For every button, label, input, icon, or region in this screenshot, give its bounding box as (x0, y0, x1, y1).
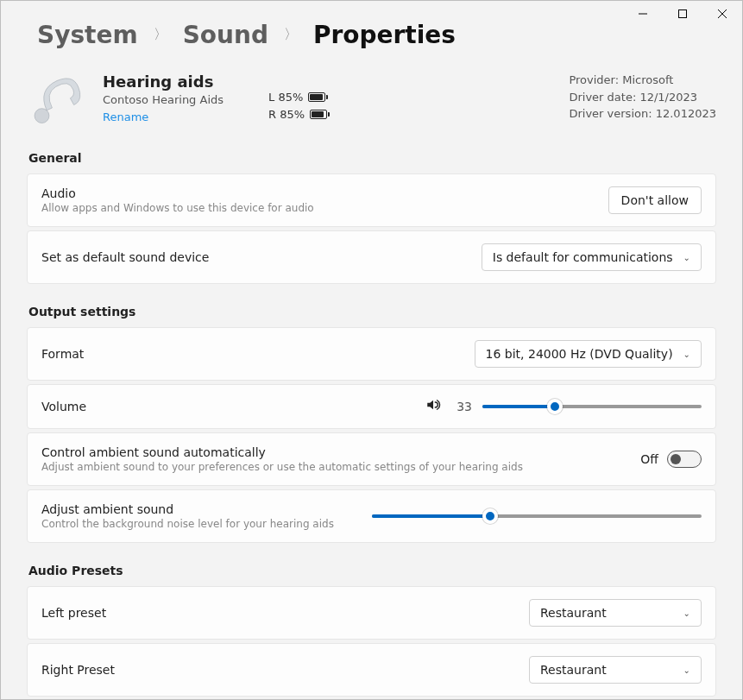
battery-icon (310, 110, 327, 119)
ambient-auto-title: Control ambient sound automatically (41, 445, 640, 459)
audio-title: Audio (41, 186, 608, 200)
driver-info: Provider: Microsoft Driver date: 12/1/20… (569, 72, 716, 123)
ambient-auto-state: Off (640, 452, 658, 466)
card-audio: Audio Allow apps and Windows to use this… (27, 173, 716, 227)
default-device-dropdown[interactable]: Is default for communications ⌄ (482, 243, 702, 271)
close-button[interactable] (702, 1, 742, 27)
chevron-down-icon: ⌄ (683, 665, 690, 675)
battery-left-label: L 85% (268, 89, 303, 106)
dont-allow-button[interactable]: Don't allow (608, 186, 702, 214)
svg-marker-4 (427, 400, 433, 410)
battery-right-label: R 85% (268, 106, 305, 123)
breadcrumb-properties: Properties (313, 21, 456, 49)
breadcrumb: System 〉 Sound 〉 Properties (37, 21, 716, 49)
section-general: General (28, 151, 716, 165)
driver-date: Driver date: 12/1/2023 (569, 89, 716, 106)
section-output: Output settings (28, 305, 716, 318)
right-preset-value: Restaurant (540, 663, 607, 677)
device-manufacturer: Contoso Hearing Aids (103, 93, 224, 108)
card-left-preset: Left preset Restaurant ⌄ (27, 586, 716, 640)
battery-status: L 85% R 85% (268, 89, 327, 123)
device-header: Hearing aids Contoso Hearing Aids Rename… (27, 72, 716, 132)
volume-title: Volume (41, 400, 425, 413)
ambient-adjust-title: Adjust ambient sound (41, 502, 372, 516)
ambient-auto-toggle[interactable] (667, 451, 702, 468)
format-dropdown[interactable]: 16 bit, 24000 Hz (DVD Quality) ⌄ (475, 340, 702, 368)
left-preset-title: Left preset (41, 606, 529, 620)
ambient-adjust-sub: Control the background noise level for y… (41, 518, 372, 530)
card-default-device: Set as default sound device Is default f… (27, 230, 716, 284)
driver-version: Driver version: 12.012023 (569, 105, 716, 123)
default-device-value: Is default for communications (493, 250, 673, 264)
breadcrumb-sound[interactable]: Sound (183, 21, 268, 49)
rename-link[interactable]: Rename (103, 110, 148, 125)
speaker-icon[interactable] (425, 397, 441, 416)
right-preset-title: Right Preset (41, 663, 529, 677)
audio-sub: Allow apps and Windows to use this devic… (41, 202, 608, 214)
format-value: 16 bit, 24000 Hz (DVD Quality) (486, 347, 673, 361)
device-name: Hearing aids (103, 72, 224, 91)
maximize-button[interactable] (663, 1, 702, 27)
window-caption-buttons (623, 1, 742, 27)
chevron-right-icon: 〉 (154, 26, 167, 44)
breadcrumb-system[interactable]: System (37, 21, 138, 49)
volume-value: 33 (451, 400, 472, 413)
left-preset-value: Restaurant (540, 606, 607, 620)
card-volume: Volume 33 (27, 384, 716, 429)
svg-rect-1 (679, 10, 687, 18)
ambient-auto-sub: Adjust ambient sound to your preferences… (41, 461, 640, 473)
driver-provider: Provider: Microsoft (569, 72, 716, 89)
card-ambient-adjust: Adjust ambient sound Control the backgro… (27, 489, 716, 543)
minimize-button[interactable] (623, 1, 663, 27)
section-presets: Audio Presets (28, 564, 716, 577)
ambient-slider[interactable] (372, 508, 702, 525)
right-preset-dropdown[interactable]: Restaurant ⌄ (529, 656, 702, 684)
battery-icon (308, 92, 325, 102)
default-title: Set as default sound device (41, 250, 482, 264)
card-ambient-auto: Control ambient sound automatically Adju… (27, 432, 716, 486)
hearing-aid-icon (27, 72, 87, 132)
chevron-down-icon: ⌄ (683, 253, 690, 262)
card-right-preset: Right Preset Restaurant ⌄ (27, 643, 716, 697)
volume-slider[interactable] (482, 398, 702, 415)
format-title: Format (41, 347, 475, 361)
left-preset-dropdown[interactable]: Restaurant ⌄ (529, 599, 702, 627)
chevron-down-icon: ⌄ (683, 609, 690, 618)
chevron-down-icon: ⌄ (683, 350, 690, 359)
card-format: Format 16 bit, 24000 Hz (DVD Quality) ⌄ (27, 327, 716, 381)
chevron-right-icon: 〉 (284, 26, 298, 44)
